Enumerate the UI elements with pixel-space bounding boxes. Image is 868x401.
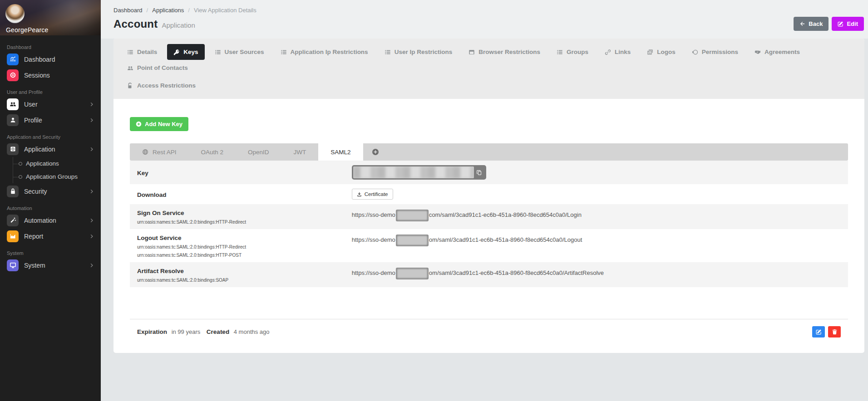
row-label: Sign On Service: [137, 210, 352, 216]
key-details-table: KeyDownloadCertificateSign On Serviceurn…: [130, 161, 848, 287]
row-value-col: https://sso-demoom/saml/3cad91c1-ec6b-45…: [352, 234, 841, 246]
chevron-right-icon: [89, 102, 94, 107]
application-details-card: DetailsKeysUser SourcesApplication Ip Re…: [113, 39, 864, 353]
redaction-blur: [397, 236, 427, 245]
tab-label: Groups: [567, 49, 588, 55]
sidebar-item-user[interactable]: User: [0, 96, 101, 112]
lock-icon: [7, 186, 19, 197]
monitor-icon: [7, 259, 19, 271]
tab-label: Browser Restrictions: [478, 49, 540, 55]
sidebar-item-application[interactable]: Application: [0, 141, 101, 157]
tab-point-of-contacts[interactable]: Point of Contacts: [121, 60, 194, 76]
list-icon: [557, 49, 563, 55]
sidebar-item-label: Automation: [24, 217, 89, 224]
key-tab-jwt[interactable]: JWT: [281, 143, 319, 161]
permissions-icon: [692, 49, 698, 55]
handshake-icon: [755, 49, 761, 55]
edit-key-button[interactable]: [812, 326, 825, 337]
row-value-col: https://sso-democom/saml/3cad91c1-ec6b-4…: [352, 209, 841, 221]
sidebar-item-dashboard[interactable]: Dashboard: [0, 51, 101, 67]
row-label-col: Logout Serviceurn:oasis:names:tc:SAML:2.…: [137, 234, 352, 258]
tab-application-ip-restrictions[interactable]: Application Ip Restrictions: [274, 44, 375, 60]
sidebar-item-security[interactable]: Security: [0, 183, 101, 199]
breadcrumb-applications[interactable]: Applications: [152, 7, 184, 14]
list-icon: [281, 49, 287, 55]
chevron-right-icon: [89, 218, 94, 223]
tab-links[interactable]: Links: [598, 44, 637, 60]
tab-permissions[interactable]: Permissions: [686, 44, 745, 60]
redaction-blur: [397, 269, 427, 278]
row-label-col: Sign On Serviceurn:oasis:names:tc:SAML:2…: [137, 209, 352, 225]
tab-groups[interactable]: Groups: [550, 44, 595, 60]
add-key-tab-button[interactable]: [363, 143, 388, 161]
key-type-tabs: Rest APIOAuth 2OpenIDJWTSAML2: [130, 143, 848, 161]
unlock-icon: [127, 83, 133, 89]
tab-browser-restrictions[interactable]: Browser Restrictions: [462, 44, 547, 60]
users-icon: [127, 65, 133, 71]
user-name: GeorgePearce: [6, 26, 48, 34]
key-value-field[interactable]: [352, 165, 486, 180]
main-area: Dashboard/Applications/View Application …: [101, 0, 868, 401]
key-row-artifact-resolve: Artifact Resolveurn:oasis:names:tc:SAML:…: [130, 262, 848, 287]
row-label-col: Download: [137, 191, 352, 198]
row-label-col: Artifact Resolveurn:oasis:names:tc:SAML:…: [137, 267, 352, 283]
key-tab-rest-api[interactable]: Rest API: [130, 143, 189, 161]
tab-details[interactable]: Details: [121, 44, 163, 60]
tab-label: Point of Contacts: [137, 64, 188, 71]
edit-button[interactable]: Edit: [832, 17, 864, 31]
tab-logos[interactable]: Logos: [641, 44, 682, 60]
tab-user-ip-restrictions[interactable]: User Ip Restrictions: [378, 44, 459, 60]
breadcrumb-separator: /: [188, 7, 190, 14]
trash-icon: [832, 329, 838, 335]
keys-panel: Add New Key Rest APIOAuth 2OpenIDJWTSAML…: [113, 99, 864, 353]
service-url: https://sso-demoom/saml/3cad91c1-ec6b-45…: [352, 234, 841, 246]
row-value-col: Certificate: [352, 189, 841, 200]
copy-icon: [476, 170, 482, 176]
page-subtitle: Application: [162, 21, 195, 29]
tab-keys[interactable]: Keys: [167, 44, 204, 60]
tab-label: Links: [615, 49, 631, 55]
key-row-download: DownloadCertificate: [130, 184, 848, 204]
back-button[interactable]: Back: [794, 17, 829, 31]
sidebar-item-sessions[interactable]: Sessions: [0, 67, 101, 83]
sidebar-subitem-applications[interactable]: Applications: [13, 157, 101, 170]
sidebar-item-report[interactable]: Report: [0, 228, 101, 244]
chevron-right-icon: [89, 189, 94, 194]
sidebar-item-label: System: [24, 262, 89, 269]
tab-access-restrictions[interactable]: Access Restrictions: [121, 78, 202, 93]
tab-user-sources[interactable]: User Sources: [208, 44, 271, 60]
key-tab-oauth-2[interactable]: OAuth 2: [189, 143, 236, 161]
expiration-label: Expiration: [137, 328, 167, 335]
tab-label: Logos: [657, 49, 676, 55]
key-tab-saml2[interactable]: SAML2: [318, 143, 363, 161]
wand-icon: [7, 215, 19, 226]
sidebar-item-profile[interactable]: Profile: [0, 112, 101, 128]
copy-key-button[interactable]: [474, 166, 485, 178]
url-suffix: om/saml/3cad91c1-ec6b-451a-8960-f8ecd654…: [429, 269, 604, 276]
sidebar-user-banner: GeorgePearce: [0, 0, 101, 35]
add-new-key-button[interactable]: Add New Key: [130, 117, 188, 131]
sidebar-item-automation[interactable]: Automation: [0, 212, 101, 228]
url-prefix: https://sso-demo: [352, 211, 395, 218]
plus-circle-dark-icon: [372, 148, 379, 156]
row-label: Logout Service: [137, 235, 352, 241]
url-suffix: om/saml/3cad91c1-ec6b-451a-8960-f8ecd654…: [429, 236, 582, 243]
redaction-blur: [353, 166, 474, 178]
key-tab-openid[interactable]: OpenID: [236, 143, 281, 161]
url-redaction-box: [396, 235, 429, 246]
tab-label: User Ip Restrictions: [395, 49, 453, 55]
plus-circle-icon: [136, 121, 142, 127]
sidebar-item-system[interactable]: System: [0, 257, 101, 273]
delete-key-button[interactable]: [828, 326, 841, 337]
list-icon: [215, 49, 221, 55]
tab-agreements[interactable]: Agreements: [748, 44, 806, 60]
download-icon: [357, 192, 362, 197]
avatar[interactable]: [5, 4, 25, 23]
drawer-icon: [7, 143, 19, 155]
sidebar-subitem-application-groups[interactable]: Application Groups: [13, 170, 101, 183]
pencil-square-icon: [838, 21, 843, 27]
breadcrumb-dashboard[interactable]: Dashboard: [113, 7, 143, 14]
redaction-blur: [397, 211, 427, 220]
download-certificate-button[interactable]: Certificate: [352, 189, 393, 200]
sidebar-item-label: Dashboard: [24, 56, 94, 63]
